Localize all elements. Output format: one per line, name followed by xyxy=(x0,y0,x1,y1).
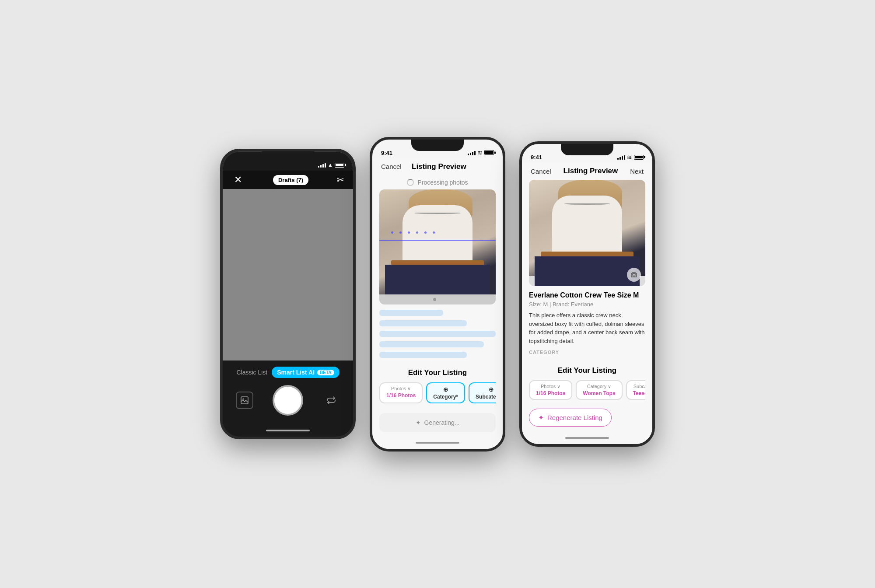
beta-badge: BETA xyxy=(317,370,334,375)
gallery-icon xyxy=(240,396,249,405)
nav-bar-2: Cancel Listing Preview xyxy=(372,159,503,175)
scrollable-content: Everlane Cotton Crew Tee Size M Size: M … xyxy=(522,180,652,432)
battery-icon-2 xyxy=(484,150,494,155)
product-title: Everlane Cotton Crew Tee Size M xyxy=(529,291,645,299)
edit-tabs-row-2: Photos ∨ 1/16 Photos ⊕ Category* ⊕ Subca… xyxy=(379,382,496,405)
tab3-photos-value: 1/16 Photos xyxy=(536,390,565,396)
battery-icon-1 xyxy=(335,163,344,168)
wifi-icon-3: ≋ xyxy=(627,154,632,161)
battery-icon-3 xyxy=(634,155,644,160)
home-indicator-3 xyxy=(522,432,652,444)
classic-list-label[interactable]: Classic List xyxy=(236,369,267,376)
result-photo-area xyxy=(529,180,645,286)
category-icon: ⊕ xyxy=(433,386,458,393)
listing-mode-row: Classic List Smart List AI BETA xyxy=(231,367,344,378)
phone-camera: ▲ ✕ Drafts (7) ✂ xyxy=(220,149,356,439)
notch-2 xyxy=(411,140,464,151)
regenerate-button[interactable]: ✦ Regenerate Listing xyxy=(529,409,612,427)
tab3-subcategory-label: Subcategory ∨ xyxy=(633,384,645,389)
skeleton-line-5 xyxy=(379,352,467,358)
cancel-button-3[interactable]: Cancel xyxy=(531,168,551,175)
camera-bottom: Classic List Smart List AI BETA xyxy=(223,360,353,424)
smart-list-badge[interactable]: Smart List AI BETA xyxy=(272,367,339,378)
status-icons-2: ≋ xyxy=(468,149,494,156)
shutter-button[interactable] xyxy=(273,385,303,416)
cancel-button-2[interactable]: Cancel xyxy=(381,163,402,170)
result-screen: Cancel Listing Preview Next xyxy=(522,163,652,444)
edit-tab-subcategory-3[interactable]: Subcategory ∨ Tees- Short... xyxy=(626,380,645,400)
phones-container: ▲ ✕ Drafts (7) ✂ xyxy=(220,137,655,452)
tab-category-label: Category* xyxy=(433,394,458,400)
camera-controls-row xyxy=(231,385,344,416)
signal-icon-3 xyxy=(617,154,625,160)
nav-title-2: Listing Preview xyxy=(412,162,466,171)
tab3-category-label: Category ∨ xyxy=(583,384,615,389)
product-description: This piece offers a classic crew neck, o… xyxy=(529,311,645,345)
camera-corner-icon xyxy=(630,271,637,278)
regenerate-sparkle-icon: ✦ xyxy=(538,413,544,422)
edit-tabs-row-3: Photos ∨ 1/16 Photos Category ∨ Women To… xyxy=(529,380,645,402)
status-time-2: 9:41 xyxy=(381,150,392,156)
person-sim-2 xyxy=(379,189,496,294)
sparkle-icon: ✦ xyxy=(416,419,421,426)
flip-icon xyxy=(326,395,336,406)
edit-tab-category-3[interactable]: Category ∨ Women Tops xyxy=(576,380,622,400)
notch-3 xyxy=(561,144,613,155)
tab3-photos-label: Photos ∨ xyxy=(536,384,565,389)
photo-dot-active xyxy=(433,298,436,301)
edit-listing-title-2: Edit Your Listing xyxy=(379,368,496,377)
edit-listing-section-3: Edit Your Listing Photos ∨ 1/16 Photos C… xyxy=(522,361,652,405)
tab3-subcategory-value: Tees- Short... xyxy=(633,390,645,396)
close-button[interactable]: ✕ xyxy=(231,174,245,186)
generating-bar: ✦ Generating... xyxy=(379,413,496,432)
edit-listing-section-2: Edit Your Listing Photos ∨ 1/16 Photos ⊕… xyxy=(372,363,503,409)
listing-photo-area-2 xyxy=(379,189,496,304)
generating-text: Generating... xyxy=(424,419,460,426)
skeleton-line-3 xyxy=(379,331,496,337)
scan-line xyxy=(379,240,496,241)
skeleton-line-1 xyxy=(379,310,443,316)
processing-spinner xyxy=(407,179,414,186)
home-indicator-2 xyxy=(372,437,503,449)
processing-screen: Cancel Listing Preview Processing photos xyxy=(372,159,503,449)
tab-photos-label: Photos ∨ xyxy=(386,386,416,392)
nav-title-3: Listing Preview xyxy=(564,167,618,175)
scissors-button[interactable]: ✂ xyxy=(337,175,344,185)
regenerate-label: Regenerate Listing xyxy=(547,414,602,421)
flip-camera-button[interactable] xyxy=(322,392,340,409)
tab-photos-value: 1/16 Photos xyxy=(386,392,416,399)
edit-tab-photos-3[interactable]: Photos ∨ 1/16 Photos xyxy=(529,380,572,400)
status-icons-3: ≋ xyxy=(617,154,644,161)
home-indicator-1 xyxy=(223,424,353,437)
drafts-badge[interactable]: Drafts (7) xyxy=(273,175,308,185)
gallery-button[interactable] xyxy=(236,392,253,409)
camera-corner-button[interactable] xyxy=(627,268,641,282)
product-meta: Size: M | Brand: Everlane xyxy=(529,301,645,308)
edit-listing-title-3: Edit Your Listing xyxy=(529,366,645,375)
phone-result: 9:41 ≋ Cancel Listing Preview Next xyxy=(519,141,655,447)
scan-dots xyxy=(391,231,484,234)
edit-tab-category-2[interactable]: ⊕ Category* xyxy=(426,382,465,403)
photo-dot-inactive xyxy=(439,298,442,301)
tab-subcategory-label: Subcategory xyxy=(476,394,496,400)
camera-screen: ✕ Drafts (7) ✂ Take a front photo xyxy=(223,171,353,424)
skeleton-line-2 xyxy=(379,320,467,326)
subcategory-icon: ⊕ xyxy=(476,386,496,393)
processing-banner: Processing photos xyxy=(372,175,503,189)
camera-viewfinder: Take a front photo xyxy=(223,189,353,360)
next-button-3[interactable]: Next xyxy=(630,168,644,175)
nav-bar-3: Cancel Listing Preview Next xyxy=(522,163,652,180)
status-time-3: 9:41 xyxy=(531,154,542,161)
photo-bg-2 xyxy=(379,189,496,294)
wifi-icon-1: ▲ xyxy=(328,162,333,168)
tab3-category-value: Women Tops xyxy=(583,390,615,396)
skeleton-line-4 xyxy=(379,341,484,347)
phone-processing: 9:41 ≋ Cancel Listing Preview xyxy=(370,137,505,452)
status-icons-1: ▲ xyxy=(318,162,344,168)
photo-indicators-2 xyxy=(379,294,496,304)
wifi-icon-2: ≋ xyxy=(477,149,483,156)
listing-info: Everlane Cotton Crew Tee Size M Size: M … xyxy=(522,286,652,361)
edit-tab-photos-2[interactable]: Photos ∨ 1/16 Photos xyxy=(379,382,423,403)
svg-point-2 xyxy=(633,273,635,276)
edit-tab-subcategory-2[interactable]: ⊕ Subcategory xyxy=(469,382,496,403)
